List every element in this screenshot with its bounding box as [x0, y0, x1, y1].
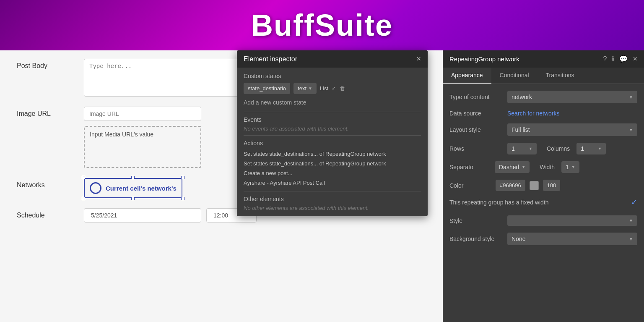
- state-list-label: List: [320, 85, 328, 92]
- chevron-down-icon: ▼: [308, 86, 312, 91]
- color-swatch[interactable]: [530, 181, 539, 190]
- data-source-row: Data source Search for networks: [449, 110, 637, 117]
- columns-chevron-icon: ▼: [598, 147, 602, 151]
- state-list-area: List ✓ 🗑: [320, 85, 345, 92]
- app-header: BuffSuite: [0, 0, 644, 50]
- data-source-link[interactable]: Search for networks: [507, 110, 560, 117]
- width-select[interactable]: 1 ▼: [561, 161, 579, 173]
- state-type-select[interactable]: text ▼: [293, 83, 317, 94]
- columns-value: 1: [581, 145, 584, 152]
- element-inspector-panel: Element inspector × Custom states state_…: [237, 50, 428, 216]
- right-panel-header: RepeatingGroup network ? ℹ 💬 ×: [443, 50, 644, 68]
- inspector-body: Custom states state_destinatio text ▼ Li…: [237, 68, 428, 216]
- info-icon[interactable]: ℹ: [612, 55, 614, 63]
- handle-top-right: [181, 176, 184, 179]
- data-source-label: Data source: [449, 110, 504, 117]
- handle-bottom-right: [181, 197, 184, 200]
- columns-label: Columns: [547, 145, 570, 152]
- right-panel-close-button[interactable]: ×: [633, 55, 637, 63]
- right-panel: RepeatingGroup network ? ℹ 💬 × Appearanc…: [443, 50, 644, 322]
- rows-label: Rows: [449, 145, 504, 152]
- type-of-content-value: network: [512, 94, 532, 100]
- no-other-elements: No other elements are associated with th…: [244, 205, 421, 211]
- fixed-width-checkmark[interactable]: ✓: [631, 198, 637, 207]
- no-events-text: No events are associated with this eleme…: [244, 126, 421, 132]
- type-of-content-select[interactable]: network: [507, 91, 637, 103]
- color-hex-value[interactable]: #969696: [496, 180, 525, 191]
- fixed-width-row: This repeating group has a fixed width ✓: [449, 198, 637, 207]
- image-url-label: Image URL: [17, 107, 75, 118]
- right-panel-title: RepeatingGroup network: [449, 55, 519, 63]
- width-chevron-icon: ▼: [571, 165, 575, 169]
- inspector-header: Element inspector ×: [237, 50, 428, 68]
- action-item-2[interactable]: Set states state_destinations... of Repe…: [244, 159, 421, 168]
- rows-value: 1: [512, 145, 515, 152]
- separator-label: Separato: [449, 164, 491, 170]
- other-elements-label: Other elements: [244, 196, 421, 202]
- handle-top-center: [131, 176, 135, 179]
- events-label: Events: [244, 116, 421, 123]
- layout-style-value: Full list: [512, 126, 530, 133]
- style-select[interactable]: [507, 215, 637, 226]
- state-check-icon[interactable]: ✓: [332, 85, 336, 92]
- comment-icon[interactable]: 💬: [619, 55, 628, 63]
- divider-1: [244, 112, 421, 112]
- tab-appearance[interactable]: Appearance: [443, 68, 491, 84]
- handle-bottom-left: [82, 197, 85, 200]
- layout-style-label: Layout style: [449, 126, 504, 133]
- background-style-label: Background style: [449, 236, 504, 242]
- handle-bottom-center: [131, 197, 135, 200]
- rows-chevron-icon: ▼: [529, 147, 532, 151]
- media-url-text: Input Media URL's value: [90, 131, 153, 138]
- network-circle-icon: [90, 182, 101, 194]
- separator-row: Separato Dashed ▼ Width 1 ▼: [449, 161, 637, 173]
- divider-3: [244, 191, 421, 191]
- layout-style-select[interactable]: Full list: [507, 123, 637, 136]
- add-state-link[interactable]: Add a new custom state: [244, 99, 421, 106]
- tab-conditional[interactable]: Conditional: [491, 68, 538, 84]
- action-item-4[interactable]: Ayrshare - Ayrshare API Post Call: [244, 178, 421, 188]
- color-opacity-value[interactable]: 100: [543, 180, 561, 191]
- inspector-close-button[interactable]: ×: [416, 55, 421, 63]
- state-trash-icon[interactable]: 🗑: [340, 85, 345, 92]
- right-panel-body: Type of content network Data source Sear…: [443, 84, 644, 259]
- network-selected-item[interactable]: Current cell's network's: [84, 178, 182, 198]
- tab-transitions[interactable]: Transitions: [538, 68, 583, 84]
- style-label: Style: [449, 217, 504, 224]
- style-row: Style: [449, 215, 637, 226]
- custom-states-label: Custom states: [244, 73, 421, 79]
- main-area: Post Body Image URL Input Media URL's va…: [0, 50, 644, 322]
- networks-label: Networks: [17, 178, 75, 189]
- background-style-row: Background style None: [449, 233, 637, 245]
- post-body-label: Post Body: [17, 59, 75, 70]
- columns-select[interactable]: 1 ▼: [576, 143, 606, 154]
- state-name[interactable]: state_destinatio: [244, 83, 290, 94]
- layout-style-row: Layout style Full list: [449, 123, 637, 136]
- actions-label: Actions: [244, 140, 421, 147]
- image-url-input[interactable]: [84, 107, 201, 121]
- handle-top-left: [82, 176, 85, 179]
- width-label: Width: [540, 164, 555, 170]
- separator-value: Dashed: [499, 164, 519, 170]
- color-label: Color: [449, 182, 491, 189]
- color-row: Color #969696 100: [449, 180, 637, 191]
- type-of-content-row: Type of content network: [449, 91, 637, 103]
- action-item-3[interactable]: Create a new post...: [244, 168, 421, 178]
- inspector-title: Element inspector: [244, 55, 297, 63]
- separator-chevron-icon: ▼: [522, 165, 525, 169]
- schedule-date-input[interactable]: [84, 208, 201, 223]
- network-selection-container: Current cell's network's: [84, 178, 182, 198]
- schedule-inputs: [84, 208, 257, 223]
- state-type-value: text: [298, 85, 306, 92]
- action-item-1[interactable]: Set states state_destinations... of Repe…: [244, 149, 421, 159]
- rows-cols-row: Rows 1 ▼ Columns 1 ▼: [449, 143, 637, 154]
- background-style-select[interactable]: None: [507, 233, 637, 245]
- tabs-row: Appearance Conditional Transitions: [443, 68, 644, 84]
- rows-select[interactable]: 1 ▼: [507, 143, 537, 154]
- custom-state-row: state_destinatio text ▼ List ✓ 🗑: [244, 83, 421, 94]
- help-icon[interactable]: ?: [603, 55, 607, 63]
- divider-2: [244, 135, 421, 136]
- separator-select[interactable]: Dashed ▼: [495, 161, 530, 173]
- fixed-width-label: This repeating group has a fixed width: [449, 199, 549, 206]
- type-of-content-label: Type of content: [449, 94, 504, 100]
